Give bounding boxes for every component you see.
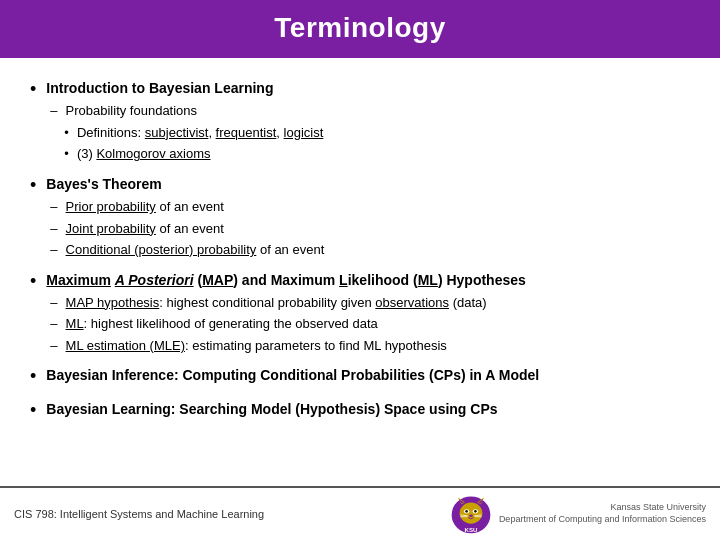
bullet-dot-2: • xyxy=(30,173,36,198)
bullet-1-text: Introduction to Bayesian Learning xyxy=(46,80,273,96)
footer-course: CIS 798: Intelligent Systems and Machine… xyxy=(14,508,264,520)
slide: Terminology • Introduction to Bayesian L… xyxy=(0,0,720,540)
bullet-3-content: Maximum A Posteriori (MAP) and Maximum L… xyxy=(46,270,690,356)
bullet-dot-3: • xyxy=(30,269,36,294)
slide-title: Terminology xyxy=(274,12,445,43)
ksu-logo-icon: KSU xyxy=(449,492,493,536)
sub-sub-1-2: • (3) Kolmogorov axioms xyxy=(64,144,690,164)
bullet-5-text: Bayesian Learning: Searching Model (Hypo… xyxy=(46,401,497,417)
sub-item-1-1: – Probability foundations xyxy=(46,101,690,121)
footer-department: Department of Computing and Information … xyxy=(499,514,706,524)
sub-item-2-1-text: Prior probability of an event xyxy=(66,197,224,217)
bullet-2-text: Bayes's Theorem xyxy=(46,176,161,192)
bullet-2: • Bayes's Theorem – Prior probability of… xyxy=(30,174,690,260)
svg-text:KSU: KSU xyxy=(464,526,478,533)
slide-footer: CIS 798: Intelligent Systems and Machine… xyxy=(0,486,720,540)
sub-sub-1-1-text: Definitions: subjectivist, frequentist, … xyxy=(77,123,323,143)
sub-item-2-3-text: Conditional (posterior) probability of a… xyxy=(66,240,325,260)
sub-item-1-1-text: Probability foundations xyxy=(66,101,198,121)
bullet-1: • Introduction to Bayesian Learning – Pr… xyxy=(30,78,690,164)
sub-item-3-1-text: MAP hypothesis: highest conditional prob… xyxy=(66,293,487,313)
bullet-2-sub: – Prior probability of an event – Joint … xyxy=(46,197,690,260)
footer-institution: Kansas State University Department of Co… xyxy=(499,502,706,525)
svg-point-10 xyxy=(469,514,473,517)
sub-item-2-2-text: Joint probability of an event xyxy=(66,219,224,239)
sub-item-3-1: – MAP hypothesis: highest conditional pr… xyxy=(46,293,690,313)
bullet-4-content: Bayesian Inference: Computing Conditiona… xyxy=(46,365,690,386)
sub-sub-1-2-text: (3) Kolmogorov axioms xyxy=(77,144,211,164)
bullet-4: • Bayesian Inference: Computing Conditio… xyxy=(30,365,690,389)
bullet-3: • Maximum A Posteriori (MAP) and Maximum… xyxy=(30,270,690,356)
bullet-dot-4: • xyxy=(30,364,36,389)
bullet-2-content: Bayes's Theorem – Prior probability of a… xyxy=(46,174,690,260)
slide-content: • Introduction to Bayesian Learning – Pr… xyxy=(0,58,720,486)
bullet-1-sub: – Probability foundations • Definitions:… xyxy=(46,101,690,164)
slide-header: Terminology xyxy=(0,0,720,58)
bullet-5-content: Bayesian Learning: Searching Model (Hypo… xyxy=(46,399,690,420)
bullet-5: • Bayesian Learning: Searching Model (Hy… xyxy=(30,399,690,423)
ksu-logo-area: KSU Kansas State University Department o… xyxy=(449,492,706,536)
bullet-4-text: Bayesian Inference: Computing Conditiona… xyxy=(46,367,539,383)
sub-item-3-2: – ML: highest likelihood of generating t… xyxy=(46,314,690,334)
bullet-dot-1: • xyxy=(30,77,36,102)
sub-item-3-2-text: ML: highest likelihood of generating the… xyxy=(66,314,378,334)
bullet-3-text: Maximum A Posteriori (MAP) and Maximum L… xyxy=(46,272,526,288)
sub-item-3-3-text: ML estimation (MLE): estimating paramete… xyxy=(66,336,447,356)
sub-item-2-1: – Prior probability of an event xyxy=(46,197,690,217)
sub-item-3-3: – ML estimation (MLE): estimating parame… xyxy=(46,336,690,356)
svg-point-8 xyxy=(465,510,468,513)
svg-point-9 xyxy=(474,510,477,513)
footer-university: Kansas State University xyxy=(610,502,706,512)
sub-sub-1: • Definitions: subjectivist, frequentist… xyxy=(64,123,690,164)
sub-sub-1-1: • Definitions: subjectivist, frequentist… xyxy=(64,123,690,143)
bullet-dot-5: • xyxy=(30,398,36,423)
bullet-1-content: Introduction to Bayesian Learning – Prob… xyxy=(46,78,690,164)
sub-item-2-3: – Conditional (posterior) probability of… xyxy=(46,240,690,260)
sub-item-2-2: – Joint probability of an event xyxy=(46,219,690,239)
svg-point-1 xyxy=(459,503,482,524)
bullet-3-sub: – MAP hypothesis: highest conditional pr… xyxy=(46,293,690,356)
